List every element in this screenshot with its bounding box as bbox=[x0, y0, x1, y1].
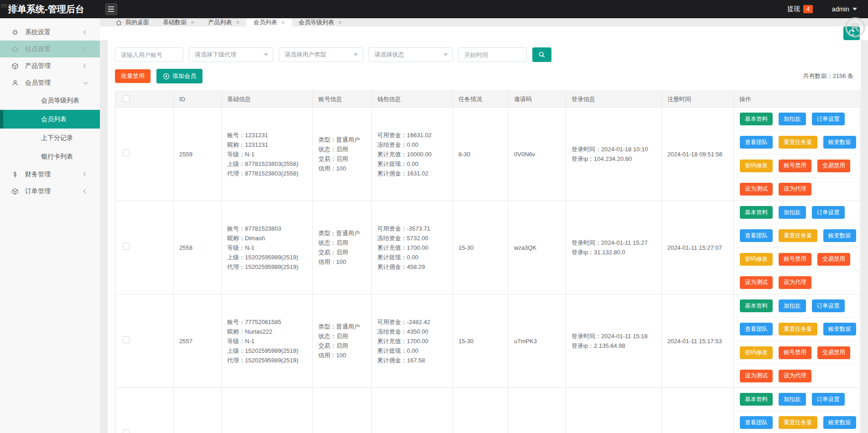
withdraw-link[interactable]: 提现 bbox=[787, 5, 800, 13]
view-team-button[interactable]: 查看团队 bbox=[740, 136, 773, 149]
close-icon[interactable]: × bbox=[236, 19, 239, 26]
operation-button-row: 基本资料加扣款订单设置 bbox=[734, 388, 860, 411]
base-info-cell bbox=[222, 388, 313, 433]
withdraw-count-badge: 4 bbox=[803, 5, 813, 13]
account-info-line: 状态：启用 bbox=[318, 331, 371, 341]
batch-disable-button[interactable]: 批量禁用 bbox=[115, 69, 151, 83]
reset-tasks-button[interactable]: 重置任务量 bbox=[779, 229, 817, 242]
operations-cell: 基本资料加扣款订单设置查看团队重置任务量账变数据密码修改账号禁用交易禁用设为测试… bbox=[734, 201, 860, 294]
search-button[interactable] bbox=[532, 47, 551, 62]
disable-trading-button[interactable]: 交易禁用 bbox=[817, 160, 850, 172]
basic-info-button[interactable]: 基本资料 bbox=[740, 206, 773, 219]
member-table: ID基础信息账号信息钱包信息任务情况邀请码登录信息注册时间操作 2559账号：1… bbox=[115, 91, 860, 433]
row-checkbox[interactable] bbox=[123, 243, 130, 250]
invite-code-cell bbox=[509, 388, 566, 433]
disable-account-button[interactable]: 账号禁用 bbox=[779, 346, 811, 359]
adjust-funds-button[interactable]: 加扣款 bbox=[779, 206, 806, 219]
sidebar-item-updown-records[interactable]: 上下分记录 bbox=[0, 129, 100, 147]
select-all-checkbox[interactable] bbox=[123, 95, 130, 102]
account-changes-button[interactable]: 账变数据 bbox=[823, 229, 856, 242]
account-info-line: 信用：100 bbox=[318, 351, 371, 360]
sidebar-item-member-list[interactable]: 会员列表 bbox=[0, 110, 100, 129]
start-date-input[interactable] bbox=[458, 47, 527, 62]
row-checkbox[interactable] bbox=[123, 430, 130, 433]
disable-trading-button[interactable]: 交易禁用 bbox=[817, 253, 850, 266]
basic-info-button[interactable]: 基本资料 bbox=[740, 113, 773, 125]
disable-trading-button[interactable]: 交易禁用 bbox=[817, 346, 850, 359]
account-changes-button[interactable]: 账变数据 bbox=[823, 136, 856, 149]
adjust-funds-button[interactable]: 加扣款 bbox=[779, 299, 806, 312]
view-team-button[interactable]: 查看团队 bbox=[740, 229, 773, 242]
operation-button-row: 密码修改账号禁用交易禁用 bbox=[734, 341, 860, 365]
reset-tasks-button[interactable]: 重置任务量 bbox=[779, 416, 817, 429]
sidebar-item-order-management[interactable]: 订单管理 bbox=[0, 183, 100, 200]
set-test-button[interactable]: 设为测试 bbox=[740, 370, 773, 382]
order-settings-button[interactable]: 订单设置 bbox=[812, 113, 845, 125]
change-password-button[interactable]: 密码修改 bbox=[740, 160, 773, 172]
operation-button-row: 设为测试设为代理 bbox=[734, 178, 860, 201]
view-team-button[interactable]: 查看团队 bbox=[740, 323, 773, 335]
tab-product-list[interactable]: 产品列表× bbox=[201, 18, 246, 26]
account-info-cell: 类型：普通用户状态：启用交易：启用信用：100 bbox=[313, 108, 372, 201]
close-icon[interactable]: × bbox=[281, 19, 285, 26]
sidebar-item-site-settings[interactable]: 站点设置 bbox=[0, 41, 100, 57]
register-time-cell: 2024-01-11 15:17:53 bbox=[662, 294, 734, 388]
disable-account-button[interactable]: 账号禁用 bbox=[779, 160, 811, 172]
base-info-line: 等级：N-1 bbox=[227, 149, 312, 159]
sidebar-item-member-level-list[interactable]: 会员等级列表 bbox=[0, 91, 100, 110]
caret-down-icon bbox=[353, 53, 358, 56]
tab-member-level-list[interactable]: 会员等级列表× bbox=[292, 18, 349, 26]
set-test-button[interactable]: 设为测试 bbox=[740, 276, 773, 289]
set-agent-button[interactable]: 设为代理 bbox=[779, 183, 811, 196]
close-icon[interactable]: × bbox=[338, 19, 342, 26]
order-settings-button[interactable]: 订单设置 bbox=[812, 206, 845, 219]
tab-member-list[interactable]: 会员列表× bbox=[246, 18, 291, 26]
add-member-button[interactable]: 添加会员 bbox=[156, 69, 203, 83]
sidebar-item-member-management[interactable]: 会员管理 bbox=[0, 74, 100, 91]
row-checkbox[interactable] bbox=[123, 149, 130, 156]
refresh-button[interactable] bbox=[843, 26, 860, 40]
adjust-funds-button[interactable]: 加扣款 bbox=[779, 113, 806, 125]
sidebar-item-system-settings[interactable]: 系统设置 bbox=[0, 24, 100, 41]
view-team-button[interactable]: 查看团队 bbox=[740, 416, 773, 429]
status-select[interactable]: 请选择状态 bbox=[369, 47, 453, 62]
base-info-cell: 账号：77752061585昵称：Nurtas222等级：N-1上级：15202… bbox=[222, 294, 313, 388]
sidebar-item-finance-management[interactable]: 财务管理 bbox=[0, 166, 100, 183]
adjust-funds-button[interactable]: 加扣款 bbox=[779, 393, 806, 406]
set-test-button[interactable]: 设为测试 bbox=[740, 183, 773, 196]
operation-button-row: 密码修改账号禁用交易禁用 bbox=[734, 248, 860, 271]
close-icon[interactable]: × bbox=[191, 19, 194, 26]
basic-info-button[interactable]: 基本资料 bbox=[740, 299, 773, 312]
login-info-cell: 登录时间：2024-01-11 15:18登录ip：2.135.64.98 bbox=[566, 294, 662, 388]
row-checkbox-cell bbox=[115, 108, 174, 201]
set-agent-button[interactable]: 设为代理 bbox=[779, 276, 811, 289]
menu-toggle-button[interactable] bbox=[105, 3, 117, 15]
reset-tasks-button[interactable]: 重置任务量 bbox=[779, 136, 817, 149]
disable-account-button[interactable]: 账号禁用 bbox=[779, 253, 811, 266]
user-type-select[interactable]: 请选择用户类型 bbox=[279, 47, 363, 62]
wallet-info-cell bbox=[372, 388, 453, 433]
agent-select[interactable]: 请选择下级代理 bbox=[189, 47, 273, 62]
wallet-info-line: 累计充值：10000.00 bbox=[377, 149, 452, 159]
sidebar-item-product-management[interactable]: 产品管理 bbox=[0, 57, 100, 74]
account-changes-button[interactable]: 账变数据 bbox=[823, 416, 856, 429]
member-id-cell: 2558 bbox=[174, 201, 222, 294]
change-password-button[interactable]: 密码修改 bbox=[740, 346, 773, 359]
reset-tasks-button[interactable]: 重置任务量 bbox=[779, 323, 817, 335]
set-agent-button[interactable]: 设为代理 bbox=[779, 370, 811, 382]
change-password-button[interactable]: 密码修改 bbox=[740, 253, 773, 266]
user-menu[interactable]: admin bbox=[832, 5, 857, 13]
row-checkbox-cell bbox=[115, 388, 174, 433]
operation-button-row: 基本资料加扣款订单设置 bbox=[734, 201, 860, 224]
order-settings-button[interactable]: 订单设置 bbox=[812, 299, 845, 312]
sidebar-item-bankcard-list[interactable]: 银行卡列表 bbox=[0, 147, 100, 166]
tab-my-desktop[interactable]: 我的桌面 bbox=[109, 18, 156, 26]
order-settings-button[interactable]: 订单设置 bbox=[812, 393, 845, 406]
table-row: 2557账号：77752061585昵称：Nurtas222等级：N-1上级：1… bbox=[115, 294, 860, 388]
wallet-info-line: 累计提现：0.00 bbox=[377, 253, 452, 262]
basic-info-button[interactable]: 基本资料 bbox=[740, 393, 773, 406]
row-checkbox[interactable] bbox=[123, 336, 130, 343]
tab-basic-data[interactable]: 基础数据× bbox=[156, 18, 201, 26]
account-search-input[interactable] bbox=[115, 47, 183, 62]
account-changes-button[interactable]: 账变数据 bbox=[823, 323, 856, 335]
